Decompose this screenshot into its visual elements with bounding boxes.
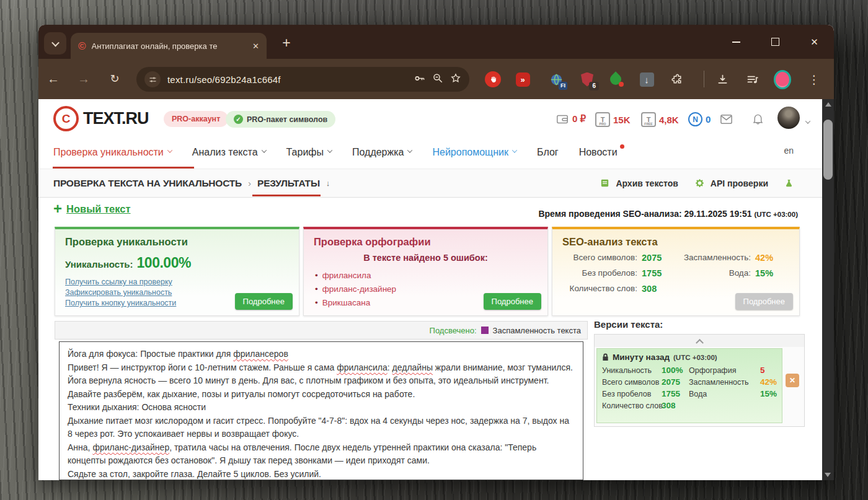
uniqueness-more-button[interactable]: Подробнее xyxy=(235,293,293,310)
site-info-icon[interactable] xyxy=(144,71,161,87)
tab-close-icon[interactable]: ✕ xyxy=(252,42,259,51)
archive-icon xyxy=(600,178,610,188)
spelling-summary: В тексте найдено 5 ошибок: xyxy=(310,253,541,263)
media-queue-icon[interactable] xyxy=(743,71,761,88)
window-controls: ✕ xyxy=(717,25,834,59)
t-pro-icon: TPRO xyxy=(595,112,610,127)
balance-counter[interactable]: 0 ₽ xyxy=(556,112,586,126)
forward-button[interactable]: → xyxy=(74,69,94,89)
nav-blog[interactable]: Блог xyxy=(537,147,559,158)
uniqueness-card: Проверка уникальности Уникальность:100.0… xyxy=(55,227,299,316)
account-chevron-icon[interactable] xyxy=(806,115,810,126)
doc-paragraph: Привет! Я — инструктор йоги с 10-летним … xyxy=(68,361,575,401)
password-key-icon[interactable] xyxy=(414,72,425,87)
misspelled-word: фрилансеров xyxy=(233,349,288,359)
window-maximize-button[interactable] xyxy=(756,25,795,59)
nav-support[interactable]: Поддержка xyxy=(352,147,412,158)
ext-translate-globe-icon[interactable]: FI xyxy=(547,71,565,88)
seo-card-title: SEO-анализ текста xyxy=(562,236,789,248)
page-scrollbar[interactable] xyxy=(822,99,834,480)
desktop-background: © Антиплагиат онлайн, проверка те ✕ + ✕ … xyxy=(0,0,868,500)
gear-icon xyxy=(694,178,705,188)
nav-text-analysis[interactable]: Анализ текста xyxy=(192,147,266,158)
ext-shield-badge: 6 xyxy=(589,82,599,90)
news-dot xyxy=(620,144,624,149)
spelling-error-item[interactable]: •фрилансила xyxy=(315,269,536,283)
version-delete-button[interactable]: ✕ xyxy=(786,374,799,387)
seo-analysis-time: Время проведения SEO-анализа: 29.11.2025… xyxy=(538,209,798,219)
results-arrow-icon: ↓ xyxy=(326,178,330,188)
ext-shield-icon[interactable]: 6 xyxy=(578,71,596,88)
spelling-more-button[interactable]: Подробнее xyxy=(484,293,541,310)
doc-paragraph: Сядьте за стол, закройте глаза. Делайте … xyxy=(68,468,575,481)
downloads-icon[interactable] xyxy=(714,71,731,88)
flask-icon[interactable] xyxy=(784,178,794,188)
wallet-icon xyxy=(556,112,569,126)
versions-collapse-button[interactable] xyxy=(595,335,804,347)
language-switch[interactable]: en xyxy=(784,146,794,156)
free-chars-counter[interactable]: TFREE 4,8K xyxy=(641,112,679,127)
browser-tab[interactable]: © Антиплагиат онлайн, проверка те ✕ xyxy=(71,33,267,59)
new-text-action[interactable]: + Новый текст xyxy=(53,201,131,216)
nav-neuro-assistant[interactable]: Нейропомощник xyxy=(432,147,516,158)
misspelled-word: фриланс-дизайнер xyxy=(92,442,169,452)
scrollbar-down-arrow[interactable] xyxy=(825,473,831,477)
seo-more-button[interactable]: Подробнее xyxy=(735,293,793,310)
breadcrumb-active-underline xyxy=(252,195,321,196)
breadcrumb-root[interactable]: ПРОВЕРКА ТЕКСТА НА УНИКАЛЬНОСТЬ xyxy=(53,178,242,189)
notifications-button[interactable] xyxy=(751,112,764,125)
highlight-item-label[interactable]: Заспамленность текста xyxy=(493,326,581,335)
breadcrumb-current[interactable]: РЕЗУЛЬТАТЫ xyxy=(257,178,320,189)
window-close-button[interactable]: ✕ xyxy=(795,25,834,59)
reload-button[interactable]: ↻ xyxy=(105,69,125,89)
pro-chars-counter[interactable]: TPRO 15K xyxy=(595,112,631,127)
doc-paragraph: Йога для фокуса: Простые практики для фр… xyxy=(68,348,575,361)
extensions-puzzle-icon[interactable] xyxy=(668,71,686,88)
tab-search-button[interactable] xyxy=(44,32,66,55)
scrollbar-up-arrow[interactable] xyxy=(825,102,831,107)
new-text-link[interactable]: Новый текст xyxy=(66,203,131,215)
neuro-counter[interactable]: N 0 xyxy=(688,112,711,126)
misspelled-word: фрилансила xyxy=(337,362,388,372)
nav-active-underline xyxy=(53,167,194,169)
envelope-icon xyxy=(719,112,733,126)
ext-leaf-icon[interactable] xyxy=(607,71,624,88)
archive-link[interactable]: Архив текстов xyxy=(616,178,678,188)
site-logo[interactable]: C TEXT.RU xyxy=(53,106,149,131)
pro-account-badge[interactable]: PRO-аккаунт xyxy=(164,111,228,127)
bookmark-star-icon[interactable] xyxy=(450,72,461,86)
link-get-check-url[interactable]: Получить ссылку на проверку xyxy=(65,277,289,287)
browser-menu-icon[interactable]: ⋮ xyxy=(805,71,823,88)
version-entry[interactable]: Минуту назад (UTC +03:00) Уникальность 1… xyxy=(596,348,782,423)
chevron-down-icon xyxy=(407,147,412,152)
scrollbar-thumb[interactable] xyxy=(823,120,833,180)
versions-panel: Минуту назад (UTC +03:00) Уникальность 1… xyxy=(594,334,805,427)
api-link[interactable]: API проверки xyxy=(711,178,768,188)
address-bar[interactable]: text.ru/seo/692b24a1c664f xyxy=(136,67,469,92)
spelling-card-title: Проверка орфографии xyxy=(314,236,538,248)
ext-downloader-icon[interactable]: ↓ xyxy=(638,71,655,88)
checked-text-area[interactable]: Йога для фокуса: Простые практики для фр… xyxy=(59,341,583,480)
pro-package-badge[interactable]: ✓ PRO-пакет символов xyxy=(226,111,335,128)
back-button[interactable]: ← xyxy=(43,69,63,89)
nav-news[interactable]: Новости xyxy=(579,147,618,158)
spelling-card: Проверка орфографии В тексте найдено 5 о… xyxy=(303,227,548,316)
zoom-icon[interactable] xyxy=(432,72,443,86)
spam-color-swatch[interactable] xyxy=(481,327,489,334)
breadcrumb: ПРОВЕРКА ТЕКСТА НА УНИКАЛЬНОСТЬ › РЕЗУЛЬ… xyxy=(53,169,330,197)
new-tab-button[interactable]: + xyxy=(276,32,297,53)
profile-avatar[interactable] xyxy=(774,71,791,88)
nav-tariffs[interactable]: Тарифы xyxy=(286,147,332,158)
ext-globe-badge: FI xyxy=(559,82,567,90)
bell-icon xyxy=(751,112,764,125)
ext-adblock-icon[interactable] xyxy=(484,71,502,88)
mail-button[interactable] xyxy=(719,112,733,126)
user-avatar[interactable] xyxy=(777,107,800,129)
ext-fastforward-icon[interactable]: » xyxy=(514,71,531,88)
window-minimize-button[interactable] xyxy=(717,25,756,59)
nav-uniqueness[interactable]: Проверка уникальности xyxy=(53,147,172,158)
url-text[interactable]: text.ru/seo/692b24a1c664f xyxy=(167,74,407,85)
page-content: C TEXT.RU PRO-аккаунт ✓ PRO-пакет символ… xyxy=(38,99,822,480)
check-icon: ✓ xyxy=(234,115,243,124)
version-entry-header: Минуту назад (UTC +03:00) xyxy=(602,353,717,362)
